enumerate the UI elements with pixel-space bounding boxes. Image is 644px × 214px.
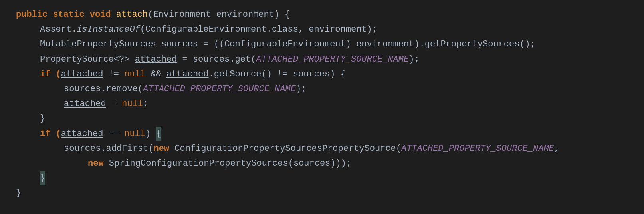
code-token: , [554, 142, 559, 156]
code-line: Assert.isInstanceOf(ConfigurableEnvironm… [0, 22, 644, 37]
code-token: public [16, 8, 53, 22]
code-token: ( [148, 8, 153, 22]
code-token: } [16, 186, 21, 200]
code-token: if ( [40, 67, 61, 81]
code-token: static [53, 8, 89, 22]
code-token: ) [145, 127, 156, 141]
code-line: MutablePropertySources sources = ((Confi… [0, 37, 644, 52]
code-token: null [124, 67, 145, 81]
code-line: sources.remove(ATTACHED_PROPERTY_SOURCE_… [0, 82, 644, 96]
code-editor: public static void attach(Environment en… [0, 0, 644, 214]
code-token: if ( [40, 127, 61, 141]
code-token: environment) { [211, 8, 290, 22]
code-token: void [90, 8, 116, 22]
code-token: ConfigurableEnvironment [224, 37, 346, 51]
code-token: sources = (( [156, 37, 224, 51]
code-token: ; [143, 97, 148, 111]
code-token: .class, environment); [267, 22, 377, 36]
code-token: sources.remove( [64, 82, 143, 96]
code-token: attached [135, 52, 177, 66]
code-token: attached [61, 67, 103, 81]
code-token: SpringConfigurationPropertySources(sourc… [109, 156, 351, 170]
code-token: .getSource() != sources) { [209, 67, 346, 81]
code-token: null [124, 127, 145, 141]
code-line: public static void attach(Environment en… [0, 7, 644, 22]
code-token: = sources.get( [177, 52, 256, 66]
code-line: PropertySource<?> attached = sources.get… [0, 52, 644, 67]
code-line: attached = null; [0, 96, 644, 111]
code-token: new [88, 156, 109, 170]
code-line: new SpringConfigurationPropertySources(s… [0, 156, 644, 171]
code-token: == [103, 127, 124, 141]
code-token: { [156, 127, 161, 141]
code-token: sources.addFirst( [64, 142, 153, 156]
code-token: } [40, 171, 45, 185]
code-token: } [40, 112, 45, 126]
code-token: <?> [114, 52, 135, 66]
code-line: } [0, 171, 644, 186]
code-token: ATTACHED_PROPERTY_SOURCE_NAME [256, 52, 409, 66]
code-token: ATTACHED_PROPERTY_SOURCE_NAME [401, 142, 554, 156]
code-token: PropertySource [40, 52, 114, 66]
code-token: MutablePropertySources [40, 37, 156, 51]
code-token: && [145, 67, 166, 81]
code-token: ATTACHED_PROPERTY_SOURCE_NAME [143, 82, 296, 96]
code-token: ) environment).getPropertySources(); [346, 37, 535, 51]
code-token: = [106, 97, 122, 111]
code-line: if (attached == null) { [0, 126, 644, 141]
code-token: null [122, 97, 143, 111]
code-token: isInstanceOf [77, 22, 140, 36]
code-token: attached [64, 97, 106, 111]
code-token: attached [166, 67, 209, 81]
code-token: ConfigurationPropertySourcesPropertySour… [174, 142, 401, 156]
code-token: attached [61, 127, 103, 141]
code-token: != [103, 67, 124, 81]
code-line: } [0, 186, 644, 200]
code-token: ConfigurableEnvironment [145, 22, 267, 36]
code-token: Assert. [40, 22, 77, 36]
code-token: attach [116, 8, 148, 22]
code-line: } [0, 111, 644, 126]
code-token: ( [140, 22, 145, 36]
code-token: new [153, 142, 174, 156]
code-token: ); [296, 82, 306, 96]
code-line: if (attached != null && attached.getSour… [0, 67, 644, 82]
code-token: ); [409, 52, 419, 66]
code-line: sources.addFirst(new ConfigurationProper… [0, 141, 644, 156]
code-token: Environment [153, 8, 211, 22]
